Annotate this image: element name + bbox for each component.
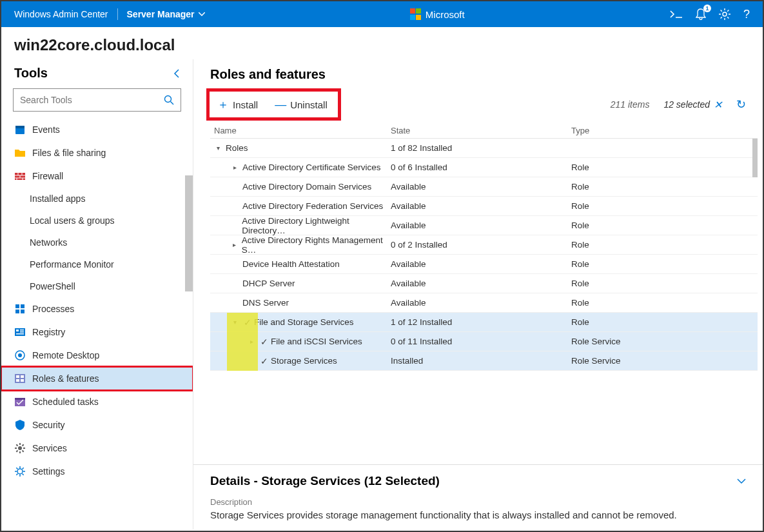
col-state[interactable]: State [391,126,571,135]
folder-icon [14,147,26,159]
sidebar-item-label: Scheduled tasks [32,397,99,407]
sidebar-item-label: Installed apps [30,193,85,204]
selected-count: 12 selected ✕ [663,99,722,111]
row-type: Role [571,259,758,269]
sidebar-item-local-users-groups[interactable]: Local users & groups [1,210,193,232]
clear-selection-icon[interactable]: ✕ [714,99,722,111]
uninstall-button[interactable]: — Uninstall [271,94,331,115]
search-tools-input[interactable] [13,88,181,112]
sidebar-item-label: Local users & groups [30,215,115,226]
sidebar-item-label: Registry [32,327,65,337]
row-name: Storage Services [271,356,337,366]
sidebar-item-performance-monitor[interactable]: Performance Monitor [1,253,193,275]
chevron-right-icon[interactable]: ▸ [244,338,259,345]
divider [117,8,118,20]
svg-point-15 [18,353,22,357]
table-row[interactable]: ▸Active Directory Domain ServicesAvailab… [210,177,758,197]
shield-icon [14,419,26,431]
sidebar-item-label: Networks [30,237,67,248]
context-dropdown[interactable]: Server Manager [127,9,205,19]
chevron-down-icon[interactable]: ▾ [210,144,226,152]
sidebar-item-scheduled-tasks[interactable]: Scheduled tasks [1,390,193,413]
row-type: Role [571,298,758,308]
row-name: Device Health Attestation [242,259,340,269]
plus-icon: ＋ [217,97,229,112]
sidebar-item-label: Firewall [32,171,63,181]
description-text: Storage Services provides storage manage… [210,509,746,520]
notification-badge: 1 [703,5,711,12]
svg-point-0 [723,12,727,16]
table-row[interactable]: ▸DHCP ServerAvailableRole [210,274,758,293]
server-title: win22core.cloud.local [1,27,763,59]
svg-rect-13 [16,333,24,335]
sidebar-item-remote-desktop[interactable]: Remote Desktop [1,344,193,367]
svg-rect-12 [20,331,24,333]
table-row[interactable]: ▸Active Directory Lightweight Directory…… [210,216,758,235]
topbar: Windows Admin Center Server Manager Micr… [1,1,763,27]
table-row[interactable]: ▸Host Guardian ServiceAvailableRole [210,371,758,377]
install-button[interactable]: ＋ Install [213,94,262,115]
details-title: Details - Storage Services (12 Selected) [210,474,440,488]
ms-brand: Microsoft [205,8,670,20]
notifications-icon[interactable]: 1 [696,8,706,20]
sidebar-item-files-file-sharing[interactable]: Files & file sharing [1,141,193,164]
sidebar-item-settings[interactable]: Settings [1,460,193,483]
row-state: Available [391,182,571,192]
sidebar-item-powershell[interactable]: PowerShell [1,275,193,297]
sidebar-item-installed-apps[interactable]: Installed apps [1,188,193,210]
sidebar-item-events[interactable]: Events [1,118,193,141]
table-row[interactable]: ▸Device Health AttestationAvailableRole [210,255,758,274]
tasks-icon [14,396,26,408]
svg-rect-17 [16,375,19,378]
settings-gear-icon[interactable] [719,8,730,20]
collapse-sidebar-icon[interactable] [173,69,180,78]
table-row[interactable]: ▸Active Directory Rights Management S…0 … [210,235,758,255]
console-icon[interactable] [670,10,683,19]
calendar-icon [14,124,26,135]
sidebar-item-label: Files & file sharing [32,148,106,158]
content-scrollbar[interactable] [752,139,758,177]
collapse-details-icon[interactable] [737,478,746,484]
svg-rect-8 [21,310,24,313]
sidebar-item-roles-features[interactable]: Roles & features [1,367,193,390]
search-icon[interactable] [157,95,181,105]
registry-icon [14,326,26,338]
sidebar-scrollbar[interactable] [185,175,193,291]
sidebar-item-firewall[interactable]: Firewall [1,164,193,188]
chevron-right-icon[interactable]: ▸ [227,164,242,171]
sidebar-item-label: Settings [32,466,65,477]
svg-rect-5 [15,304,19,308]
refresh-icon[interactable]: ↻ [736,97,746,112]
svg-rect-3 [15,126,24,128]
chevron-right-icon[interactable]: ▸ [227,241,242,248]
table-row[interactable]: ▸✓File and iSCSI Services0 of 11 Install… [210,332,758,351]
sidebar-item-processes[interactable]: Processes [1,297,193,320]
row-type: Role [571,221,758,230]
row-state: Available [391,201,571,211]
sidebar-item-security[interactable]: Security [1,413,193,437]
table-row[interactable]: ▸✓Storage ServicesInstalledRole Service [210,351,758,371]
chevron-down-icon[interactable]: ▾ [227,319,242,326]
row-state: 1 of 12 Installed [391,317,571,327]
help-icon[interactable]: ? [743,8,750,21]
table-row[interactable]: ▾Roles1 of 82 Installed [210,139,758,158]
sidebar-item-services[interactable]: Services [1,437,193,460]
sidebar-item-networks[interactable]: Networks [1,232,193,253]
search-input-field[interactable] [14,95,157,105]
row-type: Role [571,201,758,211]
brand-label[interactable]: Windows Admin Center [14,9,108,19]
table-row[interactable]: ▸Active Directory Federation ServicesAva… [210,197,758,216]
svg-point-23 [18,446,22,450]
row-name: Active Directory Federation Services [242,201,383,211]
tool-list: EventsFiles & file sharingFirewallInstal… [1,118,193,529]
sidebar-item-label: PowerShell [30,281,75,291]
sidebar-item-label: Performance Monitor [30,259,114,270]
table-row[interactable]: ▸Active Directory Certificate Services0 … [210,158,758,177]
table-row[interactable]: ▸DNS ServerAvailableRole [210,293,758,313]
sidebar-item-label: Services [32,443,67,453]
table-row[interactable]: ▾✓File and Storage Services1 of 12 Insta… [210,313,758,332]
col-name[interactable]: Name [210,126,391,135]
svg-rect-20 [21,379,24,382]
col-type[interactable]: Type [571,126,758,135]
sidebar-item-registry[interactable]: Registry [1,320,193,344]
